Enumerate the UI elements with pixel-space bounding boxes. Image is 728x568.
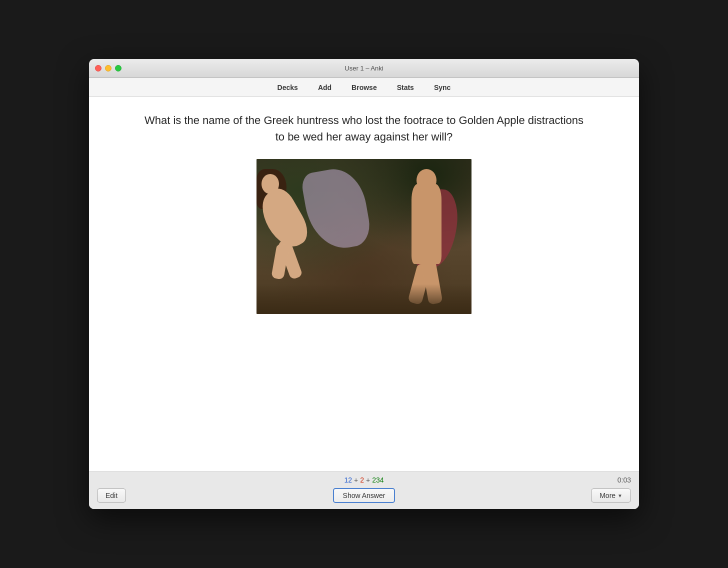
review-count: 234 (372, 476, 384, 484)
timer: 0:03 (618, 476, 631, 484)
learning-count: 2 (360, 476, 364, 484)
ground (256, 284, 472, 314)
show-answer-button[interactable]: Show Answer (333, 488, 396, 503)
title-bar: User 1 – Anki (89, 59, 639, 78)
stats-counts: 12 + 2 + 234 (344, 476, 384, 484)
stats-row: 12 + 2 + 234 0:03 (97, 476, 631, 484)
menu-item-decks[interactable]: Decks (272, 82, 303, 94)
buttons-row: Edit Show Answer More ▼ (97, 488, 631, 503)
menu-item-add[interactable]: Add (313, 82, 336, 94)
painting (256, 159, 472, 314)
more-label: More (600, 492, 616, 500)
plus-separator-2: + (366, 476, 370, 484)
edit-button[interactable]: Edit (97, 488, 126, 502)
close-button[interactable] (95, 65, 102, 72)
traffic-lights (95, 65, 122, 72)
card-area: What is the name of the Greek huntress w… (89, 97, 639, 472)
menu-item-sync[interactable]: Sync (429, 82, 456, 94)
figure-male-head (416, 169, 436, 192)
menu-item-stats[interactable]: Stats (392, 82, 419, 94)
more-button[interactable]: More ▼ (591, 488, 631, 502)
dropdown-arrow-icon: ▼ (618, 493, 622, 498)
menu-bar: Decks Add Browse Stats Sync (89, 78, 639, 97)
new-count: 12 (344, 476, 352, 484)
figure-male-body (412, 184, 442, 264)
minimize-button[interactable] (105, 65, 112, 72)
question-text: What is the name of the Greek huntress w… (139, 112, 589, 145)
drapery (300, 164, 373, 254)
bottom-bar: 12 + 2 + 234 0:03 Edit Show Answer More … (89, 472, 639, 509)
app-window: User 1 – Anki Decks Add Browse Stats Syn… (89, 59, 639, 509)
maximize-button[interactable] (115, 65, 122, 72)
plus-separator-1: + (354, 476, 358, 484)
card-image (256, 159, 472, 314)
window-title: User 1 – Anki (344, 64, 383, 72)
menu-item-browse[interactable]: Browse (346, 82, 382, 94)
